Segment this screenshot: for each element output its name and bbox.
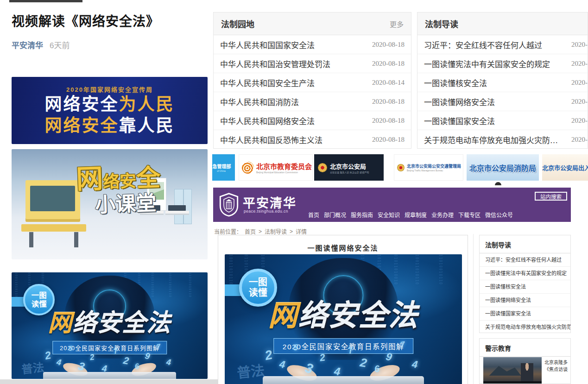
falling-digit-decoration: 2 [264, 347, 274, 364]
legal-garden-panel: 法制园地 更多 中华人民共和国国家安全法2020-08-18 中华人民共和国治安… [213, 12, 411, 149]
site-search-button[interactable]: 站内搜索 [535, 192, 567, 201]
sidebar-item[interactable]: 关于规范电动车停放充电加强火灾防范… [480, 321, 570, 333]
main-nav: 首页 部门概况 服务指南 安全知识 规章制度 业务办理 下载专区 微信公众号 [308, 211, 513, 219]
article-page-title: 视频解读《网络安全法》 [12, 11, 159, 30]
binary-rain-decoration: 011010010110 [438, 254, 443, 285]
breadcrumb-separator: > [290, 228, 293, 235]
desk-leg [29, 232, 33, 247]
warning-video-thumbnail[interactable] [483, 357, 542, 384]
nav-safety-knowledge[interactable]: 安全知识 [378, 211, 400, 219]
falling-digit-decoration: 6 [135, 362, 140, 371]
breadcrumb-home[interactable]: 首页 [245, 227, 256, 235]
nav-home[interactable]: 首页 [308, 211, 319, 219]
falling-digit-decoration: 6 [373, 364, 379, 375]
banner1-line1: 网络安全为人民 [45, 95, 175, 115]
list-item[interactable]: 中华人民共和国安全生产法2020-08-14 [214, 73, 411, 92]
sidebar-legal-guide: 法制导读 习近平：安全红线不容任何人越过 一图读懂宪法中有关国家安全的规定 一图… [479, 235, 571, 333]
list-item[interactable]: 一图读懂核安全法2020- [417, 73, 588, 92]
presenter-illustration [521, 363, 534, 382]
warning-video-caption[interactable]: 北京袁隆多 《焦点访谈 [544, 359, 568, 373]
article-title: 一图读懂网络安全法 [218, 243, 468, 252]
list-item[interactable]: 中华人民共和国消防法2020-08-18 [214, 92, 411, 111]
banner1-tagline: 2020年国家网络安全宣传周 [66, 85, 153, 94]
binary-rain-decoration: 001011010010 [393, 254, 398, 285]
more-link[interactable]: 更多 [390, 19, 404, 29]
sidebar-warning-education: 警示教育 北京袁隆多 《焦点访谈 [479, 338, 571, 384]
binary-rain-decoration: 001011010010 [151, 272, 154, 298]
article-banner-image[interactable]: 0110100101100100110101100010110100100101… [225, 254, 462, 384]
watermark: 普法 [20, 358, 45, 377]
logo-beijing-fire-department[interactable]: 北京市公安局消防局 [467, 154, 539, 181]
police-emblem-icon [397, 164, 405, 171]
list-item[interactable]: 一图读懂网络安全法2020- [417, 92, 588, 111]
keyboard-illustration [263, 376, 424, 384]
scroll-caret [495, 182, 501, 185]
falling-digit-decoration: 4 [278, 358, 286, 371]
police-emblem-icon [318, 163, 327, 172]
list-item[interactable]: 关于规范电动车停放充电加强火灾防…2020- [417, 130, 588, 149]
site-url: peace.tsinghua.edu.cn [244, 209, 288, 214]
banner2-title: 网络安全 小课堂 [76, 163, 162, 216]
breadcrumb-label: 当前位置： [214, 227, 242, 235]
top-bar-remnant [9, 0, 82, 2]
logo-beijing-traffic-management[interactable]: 北京市公安局公安交通管理局 Beijing Traffic Management… [394, 154, 463, 181]
keyboard-illustration [43, 372, 177, 379]
article-meta: 平安清华 6天前 [12, 39, 70, 50]
nav-department-overview[interactable]: 部门概况 [324, 211, 346, 219]
logo-beijing-education-commission[interactable]: 北京市教育委员会 Beijing Municipal Education Com… [239, 154, 313, 181]
binary-rain-decoration: 011010010110 [188, 272, 192, 298]
list-item[interactable]: 习近平：安全红线不容任何人越过2020- [417, 35, 588, 54]
sidebar-item[interactable]: 习近平：安全红线不容任何人越过 [480, 253, 570, 267]
falling-digit-decoration: 2 [44, 349, 52, 362]
banner-title: 网络安全法 [225, 292, 462, 334]
sidebar-item[interactable]: 一图读懂国家安全法 [480, 307, 570, 321]
teacher-desk-illustration [21, 224, 86, 232]
education-commission-icon [242, 162, 254, 174]
logo-beijing-public-security-bureau[interactable]: 北京市公安局 对党忠诚 服务人民 执法公正 纪律严明 [314, 154, 384, 181]
computer-illustration [168, 205, 186, 211]
panel-header: 法制导读 [417, 13, 588, 35]
list-item[interactable]: 一图读懂国家安全法2020- [417, 111, 588, 130]
vertical-divider [473, 234, 474, 384]
sidebar-title: 法制导读 [480, 235, 570, 253]
cybersecurity-law-banner-image[interactable]: 0110100101100100110101100010110100100101… [12, 272, 208, 379]
falling-digit-decoration: 4 [101, 363, 107, 374]
shield-logo-icon [219, 192, 239, 217]
nav-rules[interactable]: 规章制度 [405, 211, 427, 219]
list-item[interactable]: 中华人民共和国国家安全法2020-08-18 [214, 35, 411, 54]
falling-digit-decoration: 4 [333, 365, 341, 378]
falling-digit-decoration: 2 [319, 352, 326, 363]
nav-wechat[interactable]: 微信公众号 [485, 211, 513, 219]
author-link[interactable]: 平安清华 [12, 39, 43, 50]
breadcrumb: 当前位置： 首页 > 法制导读 > 详情 [214, 227, 307, 235]
falling-digit-decoration: 4 [411, 358, 418, 371]
logo-beijing-entry-exit[interactable]: 北京市公安局出入境管 [542, 154, 588, 181]
video-progress-bar [483, 381, 542, 384]
sidebar-item[interactable]: 一图读懂核安全法 [480, 280, 570, 294]
site-header: 平安清华 peace.tsinghua.edu.cn 首页 部门概况 服务指南 … [213, 188, 571, 222]
panel-title: 法制园地 [221, 18, 254, 30]
list-item[interactable]: 一图读懂宪法中有关国家安全的规定2020- [417, 54, 588, 73]
nav-business[interactable]: 业务办理 [431, 211, 454, 219]
falling-digit-decoration: 5 [68, 345, 73, 353]
binary-rain-decoration: 010011010110 [14, 272, 18, 298]
sidebar-item[interactable]: 一图读懂宪法中有关国家安全的规定 [480, 267, 570, 280]
breadcrumb-section[interactable]: 法制导读 [265, 227, 287, 235]
blackboard-illustration [25, 180, 80, 222]
classroom-banner-image[interactable]: 网络安全 小课堂 [12, 149, 208, 259]
list-item[interactable]: 中华人民共和国网络安全法2020-08-18 [214, 111, 411, 130]
panel-header: 法制园地 更多 [214, 13, 411, 35]
nav-service-guide[interactable]: 服务指南 [351, 211, 373, 219]
logo-emergency-ministry[interactable]: 急管理部 of China [212, 154, 235, 181]
nav-downloads[interactable]: 下载专区 [458, 211, 481, 219]
banner-title: 网络安全法 [12, 303, 208, 338]
sidebar-item[interactable]: 一图读懂网络安全法 [480, 294, 570, 307]
article-content-box: 一图读懂网络安全法 011010010110010011010110001011… [218, 235, 468, 384]
list-item[interactable]: 中华人民共和国治安管理处罚法2020-08-18 [214, 54, 411, 73]
desk-leg [74, 232, 78, 247]
cybersecurity-week-banner-image[interactable]: 2020年国家网络安全宣传周 网络安全为人民 网络安全靠人民 [12, 77, 208, 144]
list-item[interactable]: 中华人民共和国反恐怖主义法2020-08-18 [214, 130, 411, 149]
mountain-illustration [489, 365, 521, 376]
falling-digit-decoration: 4 [166, 357, 172, 367]
binary-rain-decoration: 010011010110 [415, 254, 419, 285]
